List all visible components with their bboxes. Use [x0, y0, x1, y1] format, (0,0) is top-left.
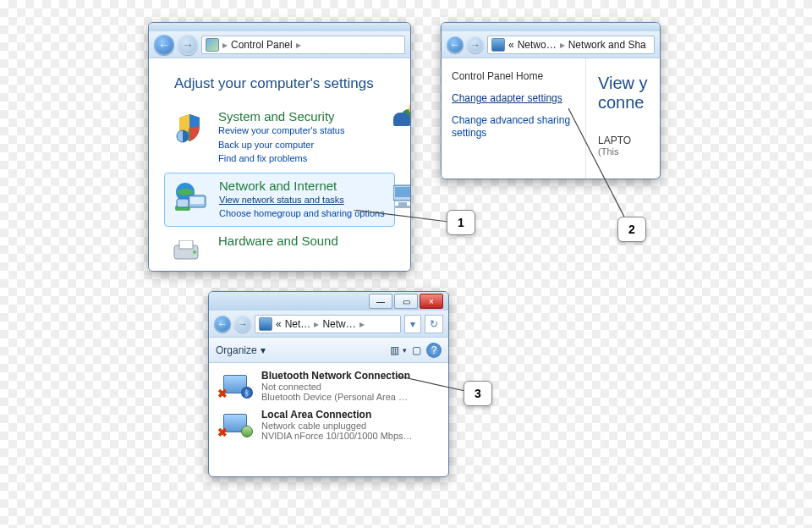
link-advanced-sharing[interactable]: Change advanced sharing settings — [452, 114, 575, 140]
pane-heading-line1: View y — [598, 74, 660, 93]
page-title: Adjust your computer's settings — [174, 75, 395, 92]
forward-button[interactable]: → — [467, 36, 484, 53]
close-button[interactable]: × — [420, 294, 443, 309]
shield-icon — [171, 109, 208, 146]
bluetooth-icon: ᛒ — [241, 387, 253, 399]
arrow-right-icon: → — [182, 38, 194, 52]
breadcrumb-dropdown[interactable]: ▾ — [404, 315, 421, 333]
nav-bar: ← → ▸ Control Panel ▸ — [149, 31, 410, 58]
content-area: Adjust your computer's settings System a… — [149, 58, 410, 272]
category-title[interactable]: Network and Internet — [219, 179, 385, 193]
category-title[interactable]: System and Security — [218, 109, 344, 124]
window-titlebar — [442, 23, 660, 31]
forward-button[interactable]: → — [234, 316, 251, 333]
error-x-icon: ✖ — [217, 426, 229, 437]
connection-device: NVIDIA nForce 10/100/1000 Mbps… — [261, 431, 413, 441]
breadcrumb-root[interactable]: Control Panel — [229, 39, 294, 51]
svg-rect-3 — [190, 197, 204, 204]
breadcrumb-seg[interactable]: Network and Sha — [567, 39, 648, 51]
organize-button[interactable]: Organize ▾ — [216, 344, 266, 356]
connection-device: Bluetooth Device (Personal Area … — [261, 392, 410, 402]
minimize-button[interactable]: — — [369, 294, 392, 309]
maximize-button[interactable]: ▭ — [394, 294, 418, 309]
link-backup[interactable]: Back up your computer — [218, 138, 344, 152]
breadcrumb[interactable]: ▸ Control Panel ▸ — [201, 36, 405, 54]
chevron-right-icon: ▸ — [294, 39, 303, 51]
nav-bar: ← → « Netwo… ▸ Network and Sha — [442, 31, 660, 58]
network-icon — [491, 38, 505, 52]
category-system-security[interactable]: System and Security Review your computer… — [164, 104, 395, 171]
forward-button[interactable]: → — [178, 35, 198, 55]
appearance-icon — [393, 182, 411, 218]
link-change-adapter[interactable]: Change adapter settings — [452, 92, 575, 106]
nav-bar: ← → « Net… ▸ Netw… ▸ ▾ ↻ — [209, 311, 448, 338]
arrow-right-icon: → — [238, 318, 248, 330]
breadcrumb-seg[interactable]: Net… — [283, 318, 313, 330]
link-review-status[interactable]: Review your computer's status — [218, 124, 344, 138]
arrow-left-icon: ← — [450, 39, 460, 51]
pane-heading-line2: conne — [598, 93, 660, 113]
svg-point-12 — [193, 250, 196, 254]
arrow-left-icon: ← — [158, 38, 170, 52]
connection-title: Local Area Connection — [261, 409, 413, 421]
category-title[interactable]: Hardware and Sound — [218, 234, 338, 248]
list-item[interactable]: ✖ Local Area Connection Network cable un… — [209, 405, 448, 444]
category-text: System and Security Review your computer… — [218, 109, 344, 166]
views-icon: ▥ — [390, 344, 399, 356]
chevron-right-icon: ▸ — [358, 318, 366, 330]
window-titlebar: — ▭ × — [209, 292, 448, 311]
globe-network-icon — [172, 179, 209, 216]
callout-1: 1 — [447, 210, 475, 235]
window-controls: — ▭ × — [369, 294, 443, 309]
window-titlebar — [149, 23, 410, 31]
control-panel-window: ← → ▸ Control Panel ▸ Adjust your comput… — [148, 22, 411, 272]
breadcrumb[interactable]: « Net… ▸ Netw… ▸ — [255, 315, 401, 333]
connection-icon: ✖ — [217, 409, 253, 437]
layout-icon: ▢ — [412, 344, 421, 356]
connection-text: Bluetooth Network Connection Not connect… — [261, 370, 410, 402]
breadcrumb-seg[interactable]: Netw… — [321, 318, 357, 330]
link-find-fix[interactable]: Find and fix problems — [218, 151, 344, 166]
link-view-network-status[interactable]: View network status and tasks — [219, 193, 385, 207]
breadcrumb[interactable]: « Netwo… ▸ Network and Sha — [487, 36, 655, 54]
refresh-button[interactable]: ↻ — [425, 315, 443, 333]
callout-3: 3 — [464, 381, 492, 406]
help-button[interactable]: ? — [426, 343, 442, 358]
back-button[interactable]: ← — [154, 35, 174, 55]
content-area: Control Panel Home Change adapter settin… — [442, 58, 660, 179]
back-button[interactable]: ← — [214, 316, 231, 333]
category-network-internet[interactable]: Network and Internet View network status… — [164, 173, 395, 227]
link-homegroup[interactable]: Choose homegroup and sharing options — [219, 206, 385, 221]
chevron-right-icon: ▸ — [312, 318, 321, 330]
network-connections-window: — ▭ × ← → « Net… ▸ Netw… ▸ ▾ ↻ Organize … — [208, 291, 449, 477]
callout-2: 2 — [617, 217, 646, 242]
connection-list: ✖ ᛒ Bluetooth Network Connection Not con… — [209, 363, 448, 448]
connection-title: Bluetooth Network Connection — [261, 370, 410, 382]
category-hardware-sound[interactable]: Hardware and Sound — [164, 228, 395, 272]
network-icon — [259, 317, 272, 331]
chevron-down-icon: ▾ — [403, 346, 407, 355]
sidebar-title: Control Panel Home — [452, 70, 575, 82]
svg-rect-8 — [398, 202, 407, 206]
svg-rect-11 — [179, 240, 193, 249]
connection-icon: ✖ ᛒ — [217, 370, 253, 399]
list-item[interactable]: ✖ ᛒ Bluetooth Network Connection Not con… — [209, 366, 448, 405]
preview-pane-button[interactable]: ▢ — [412, 344, 421, 356]
arrow-right-icon: → — [470, 39, 480, 51]
svg-rect-5 — [177, 199, 189, 207]
back-button[interactable]: ← — [447, 36, 464, 53]
chevron-down-icon: ▾ — [261, 344, 266, 356]
toolbar: Organize ▾ ▥ ▾ ▢ ? — [209, 338, 448, 363]
arrow-left-icon: ← — [217, 318, 228, 330]
sidebar: Control Panel Home Change adapter settin… — [442, 58, 585, 179]
host-sub: (This — [598, 146, 660, 157]
breadcrumb-seg[interactable]: Netwo… — [516, 39, 558, 51]
connection-status: Not connected — [261, 382, 410, 392]
views-button[interactable]: ▥ ▾ — [390, 344, 407, 356]
network-center-window: ← → « Netwo… ▸ Network and Sha Control P… — [441, 22, 661, 179]
nic-icon — [241, 426, 253, 437]
printer-icon — [171, 234, 208, 271]
main-pane: View y conne LAPTO (This — [585, 58, 660, 179]
chevron-right-icon: ▸ — [558, 39, 567, 51]
category-text: Network and Internet View network status… — [219, 179, 385, 221]
